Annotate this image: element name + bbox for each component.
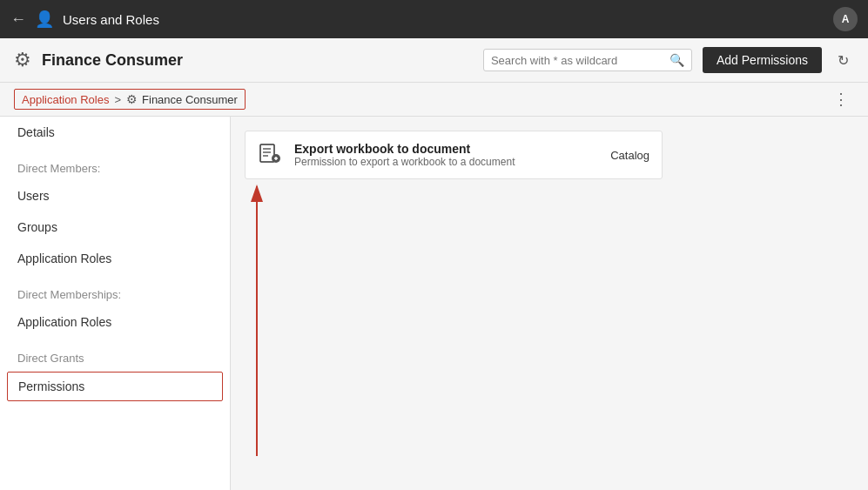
- add-permissions-button[interactable]: Add Permissions: [703, 47, 822, 73]
- content-area: Export workbook to document Permission t…: [231, 117, 868, 490]
- permission-icon: [258, 140, 282, 170]
- sidebar-section-direct-memberships: Direct Memberships:: [0, 274, 230, 306]
- breadcrumb-link[interactable]: Application Roles: [22, 93, 109, 106]
- breadcrumb-separator: >: [114, 93, 121, 106]
- permission-row: Export workbook to document Permission t…: [245, 131, 663, 179]
- search-input[interactable]: [491, 54, 664, 67]
- more-options-button[interactable]: ⋮: [828, 88, 854, 111]
- sidebar-item-groups[interactable]: Groups: [0, 211, 230, 243]
- app-title: Users and Roles: [63, 12, 824, 27]
- permission-name: Export workbook to document: [294, 142, 581, 156]
- back-button[interactable]: ←: [10, 10, 26, 29]
- avatar[interactable]: A: [833, 7, 858, 31]
- sidebar-item-permissions[interactable]: Permissions: [7, 372, 223, 401]
- back-icon: ←: [10, 10, 26, 29]
- sidebar: Details Direct Members: Users Groups App…: [0, 117, 231, 490]
- users-icon: 👤: [35, 10, 54, 29]
- breadcrumb-current: ⚙ Finance Consumer: [126, 92, 238, 106]
- permission-description: Permission to export a workbook to a doc…: [294, 156, 581, 168]
- search-icon: 🔍: [670, 53, 684, 67]
- breadcrumb-current-label: Finance Consumer: [142, 93, 238, 106]
- sidebar-item-users[interactable]: Users: [0, 180, 230, 211]
- page-icon: ⚙: [14, 49, 31, 71]
- sidebar-section-direct-members: Direct Members:: [0, 148, 230, 180]
- page-title: Finance Consumer: [42, 51, 473, 70]
- sidebar-item-application-roles-members[interactable]: Application Roles: [0, 243, 230, 274]
- refresh-button[interactable]: ↻: [832, 49, 854, 72]
- breadcrumb: Application Roles > ⚙ Finance Consumer: [14, 89, 246, 110]
- sidebar-item-details[interactable]: Details: [0, 117, 230, 148]
- permission-catalog: Catalog: [593, 149, 649, 162]
- breadcrumb-icon: ⚙: [126, 92, 138, 106]
- search-box: 🔍: [483, 49, 692, 71]
- sidebar-section-direct-grants: Direct Grants: [0, 338, 230, 370]
- permission-info: Export workbook to document Permission t…: [294, 142, 581, 168]
- sidebar-item-application-roles-memberships[interactable]: Application Roles: [0, 306, 230, 338]
